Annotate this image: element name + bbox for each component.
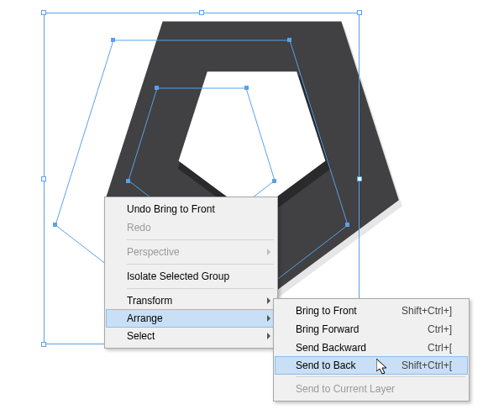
menu-separator [127,288,274,289]
menu-item-isolate-group[interactable]: Isolate Selected Group [107,267,276,286]
menu-label: Bring to Front [296,305,357,317]
submenu-item-send-to-back[interactable]: Send to Back Shift+Ctrl+[ [275,356,468,375]
submenu-item-send-backward[interactable]: Send Backward Ctrl+[ [276,339,467,357]
menu-label: Select [127,330,155,342]
menu-label: Send to Back [296,360,355,371]
menu-label: Send Backward [296,342,366,354]
menu-item-redo: Redo [107,218,276,237]
menu-item-perspective: Perspective [107,243,276,261]
submenu-arrow-icon [267,315,270,322]
menu-label: Isolate Selected Group [127,270,229,282]
submenu-arrow-icon [267,249,270,255]
submenu-arrow-icon [267,297,270,304]
anchor-point[interactable] [111,38,115,42]
menu-label: Send to Current Layer [296,383,395,395]
anchor-point[interactable] [244,86,249,90]
submenu-arrow-icon [267,333,270,339]
submenu-item-bring-forward[interactable]: Bring Forward Ctrl+] [276,320,467,339]
arrange-submenu[interactable]: Bring to Front Shift+Ctrl+] Bring Forwar… [273,298,470,402]
menu-label: Transform [127,295,172,307]
resize-handle-tr[interactable] [357,10,362,15]
menu-separator [296,376,465,377]
menu-separator [127,239,274,240]
menu-label: Redo [127,222,151,234]
shortcut-text: Ctrl+] [428,323,452,335]
resize-handle-tl[interactable] [41,10,46,15]
anchor-point[interactable] [53,223,57,227]
resize-handle-bl[interactable] [41,342,46,347]
anchor-point[interactable] [126,179,130,183]
submenu-item-send-to-current-layer: Send to Current Layer [276,380,467,398]
shortcut-text: Ctrl+[ [428,342,452,354]
menu-label: Perspective [127,246,180,258]
menu-item-select[interactable]: Select [107,327,276,345]
menu-separator [127,264,274,265]
anchor-point[interactable] [155,86,159,90]
menu-label: Bring Forward [296,323,359,335]
resize-handle-mr[interactable] [357,176,362,181]
menu-item-transform[interactable]: Transform [107,291,276,310]
resize-handle-ml[interactable] [41,176,46,181]
menu-label: Arrange [127,312,163,324]
shortcut-text: Shift+Ctrl+] [402,305,452,317]
shortcut-text: Shift+Ctrl+[ [402,360,452,371]
menu-label: Undo Bring to Front [127,203,215,215]
anchor-point[interactable] [345,223,349,227]
context-menu[interactable]: Undo Bring to Front Redo Perspective Iso… [104,197,278,349]
menu-item-arrange[interactable]: Arrange [106,309,276,328]
anchor-point[interactable] [287,38,291,42]
submenu-item-bring-to-front[interactable]: Bring to Front Shift+Ctrl+] [276,302,467,320]
menu-item-undo[interactable]: Undo Bring to Front [107,200,276,218]
anchor-point[interactable] [272,179,276,183]
resize-handle-tm[interactable] [199,10,204,15]
